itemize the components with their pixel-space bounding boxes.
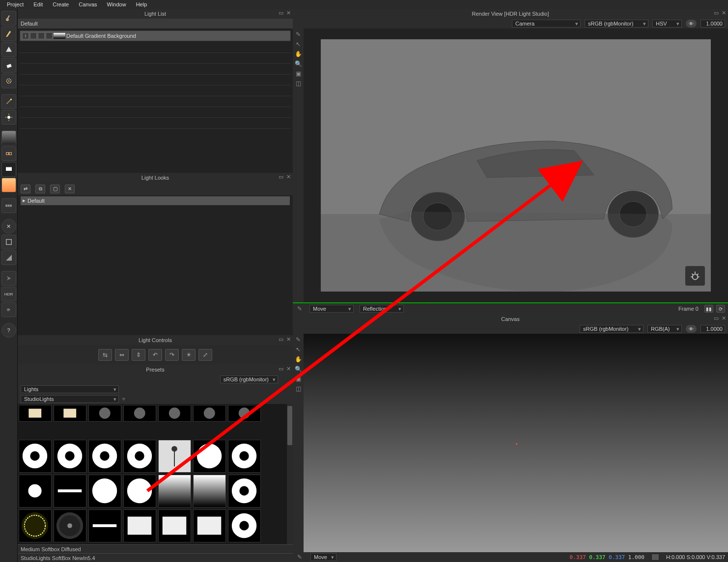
preset-thumb-ring-pink[interactable]	[54, 440, 86, 473]
preset-thumb-grad-top[interactable]	[158, 475, 191, 508]
tool-close-icon[interactable]: ✕	[1, 219, 16, 234]
preset-thumb-ring-black[interactable]	[228, 509, 261, 542]
pause-icon[interactable]: ▮▮	[704, 305, 713, 313]
exposure-field[interactable]: 1.0000	[700, 20, 725, 27]
crop-icon[interactable]: ◫	[294, 80, 302, 87]
undock-icon[interactable]: ▭	[279, 174, 283, 180]
tool-shape-icon[interactable]	[1, 42, 16, 57]
tool-help-icon[interactable]: ?	[1, 323, 16, 338]
flip-h-icon[interactable]: ⇆	[98, 349, 112, 361]
fit-icon[interactable]: ▣	[294, 375, 302, 383]
looks-add-icon[interactable]: ⇄	[21, 185, 30, 193]
camera-dropdown[interactable]: Camera	[512, 20, 581, 27]
menu-project[interactable]: Project	[2, 1, 28, 7]
undock-icon[interactable]: ▭	[714, 315, 719, 321]
tool-wand-icon[interactable]	[1, 94, 16, 109]
look-item-default[interactable]: ▸Default	[21, 196, 290, 205]
preset-thumb-beauty1[interactable]	[54, 509, 86, 542]
render-colorspace-dropdown[interactable]: sRGB (rgbMonitor)	[585, 20, 648, 27]
hand-icon[interactable]: ✋	[294, 355, 302, 363]
preset-thumb-circle-cool2[interactable]	[158, 405, 191, 422]
tool-screen-icon[interactable]	[1, 162, 16, 177]
preset-thumb-ring-amber[interactable]	[123, 440, 156, 473]
light-list-group[interactable]: Default	[18, 19, 293, 28]
zoom-icon[interactable]: 🔍	[294, 60, 302, 68]
center-v-icon[interactable]: ⇕	[132, 349, 145, 361]
tool-fill-icon[interactable]	[1, 250, 16, 265]
exposure-toggle-icon[interactable]: 👁	[686, 20, 697, 27]
canvas-mode-dropdown[interactable]: RGB(A)	[647, 325, 682, 333]
close-icon[interactable]: ✕	[286, 174, 291, 180]
tool-eraser-icon[interactable]	[1, 58, 16, 73]
hand-icon[interactable]: ✋	[294, 50, 302, 58]
preset-thumb-grid-panel[interactable]	[158, 509, 191, 542]
tool-crosshair-icon[interactable]	[1, 74, 16, 88]
tool-arrow-icon[interactable]	[1, 271, 16, 286]
menu-create[interactable]: Create	[48, 1, 74, 7]
preset-thumb-ring-glow[interactable]	[228, 475, 261, 508]
pointer-icon[interactable]: ↖	[294, 346, 302, 353]
presets-colorspace-dropdown[interactable]: sRGB (rgbMonitor)	[220, 375, 278, 383]
tool-warm-icon[interactable]	[1, 178, 16, 192]
close-icon[interactable]: ✕	[286, 10, 291, 16]
preset-thumb-disc-soft[interactable]	[88, 475, 121, 508]
preset-thumb-disc-big[interactable]	[123, 475, 156, 508]
move-mode-dropdown[interactable]: Move	[309, 305, 354, 313]
preset-thumb-bar[interactable]	[54, 475, 86, 508]
scale-icon[interactable]: ⤢	[198, 349, 212, 361]
menu-help[interactable]: Help	[131, 1, 152, 7]
tool-blocks-icon[interactable]	[1, 198, 16, 213]
canvas-exposure-toggle-icon[interactable]: 👁	[686, 325, 697, 333]
preset-thumb-circle-soft[interactable]	[228, 405, 261, 422]
lock-icon[interactable]	[46, 32, 53, 39]
close-icon[interactable]: ✕	[722, 315, 726, 321]
close-icon[interactable]: ✕	[722, 10, 726, 16]
menu-canvas[interactable]: Canvas	[74, 1, 102, 7]
pick-mode-dropdown[interactable]: Reflection	[360, 305, 404, 313]
render-mode-dropdown[interactable]: HSV	[652, 20, 682, 27]
preset-thumb-circle-white[interactable]	[123, 405, 156, 422]
tool-pencil-icon[interactable]	[1, 27, 16, 41]
preset-thumb-circle-blur[interactable]	[193, 405, 226, 422]
presets-library-dropdown[interactable]: StudioLights	[21, 395, 119, 403]
canvas-exposure-field[interactable]: 1.0000	[700, 325, 725, 333]
render-viewport[interactable]	[304, 28, 728, 302]
canvas-move-dropdown[interactable]: Move	[310, 553, 336, 561]
menu-window[interactable]: Window	[102, 1, 131, 7]
close-icon[interactable]: ✕	[286, 366, 291, 372]
preset-thumb-rect-warm2[interactable]	[54, 405, 86, 422]
preset-thumb-rect-warm[interactable]	[19, 405, 52, 422]
brush-mode-icon[interactable]: ✎	[296, 305, 304, 313]
tool-gradient-icon[interactable]	[1, 131, 16, 145]
tool-hdr-refresh-icon[interactable]: ⟳	[1, 302, 16, 317]
preset-thumb-ring-orange[interactable]	[88, 440, 121, 473]
preset-thumb-stand[interactable]	[158, 440, 191, 473]
brush-mode-icon[interactable]: ✎	[296, 553, 304, 561]
mute-icon[interactable]	[30, 32, 37, 39]
preset-thumb-soft-wide[interactable]	[193, 509, 226, 542]
rotate-ccw-icon[interactable]: ↶	[148, 349, 162, 361]
solo-icon[interactable]	[38, 32, 45, 39]
refresh-icon[interactable]: ⟳	[716, 305, 725, 313]
fit-icon[interactable]: ▣	[294, 70, 302, 78]
looks-delete-icon[interactable]: ✕	[65, 185, 75, 193]
crop-icon[interactable]: ◫	[294, 385, 302, 393]
tool-frame-icon[interactable]	[1, 235, 16, 249]
preset-scrollbar[interactable]	[287, 404, 293, 544]
undock-icon[interactable]: ▭	[279, 10, 283, 16]
favorite-icon[interactable]: ♥	[122, 396, 125, 402]
preset-thumb-grad-v[interactable]	[193, 475, 226, 508]
zoom-icon[interactable]: 🔍	[294, 365, 302, 373]
tool-hdr-icon[interactable]: HDR	[1, 287, 16, 301]
preset-thumb-disc[interactable]	[193, 440, 226, 473]
tool-brush-icon[interactable]	[1, 11, 16, 26]
info-icon[interactable]: i	[22, 32, 29, 39]
preset-thumb-ring-white[interactable]	[228, 440, 261, 473]
rotate-cw-icon[interactable]: ↷	[165, 349, 179, 361]
undock-icon[interactable]: ▭	[714, 10, 719, 16]
tool-filmstrip-icon[interactable]	[1, 146, 16, 161]
brightness-icon[interactable]: ☀	[182, 349, 196, 361]
preset-thumb-square[interactable]	[123, 509, 156, 542]
environment-sun-icon[interactable]	[685, 266, 705, 286]
pointer-icon[interactable]: ↖	[294, 40, 302, 48]
